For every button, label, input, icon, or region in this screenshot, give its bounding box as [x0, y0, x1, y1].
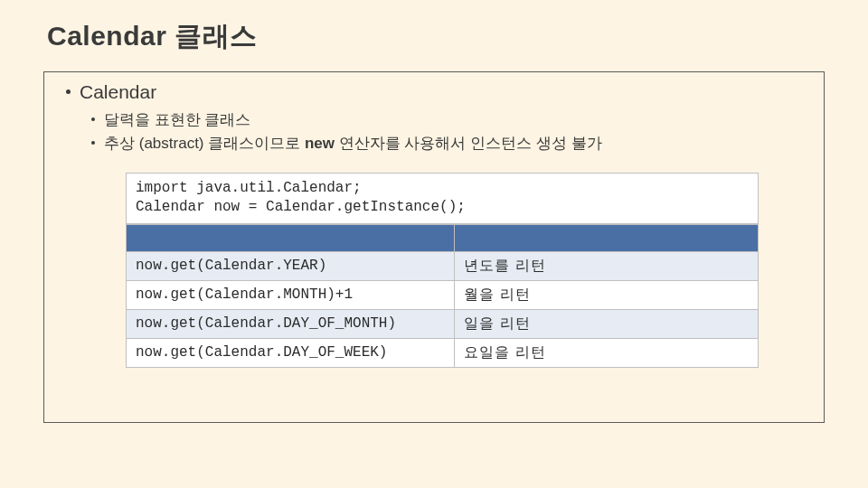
- list-item-text: 추상 (abstract) 클래스이므로 new 연산자를 사용해서 인스턴스 …: [104, 135, 602, 152]
- bullet-icon: [91, 117, 95, 121]
- table-cell-desc: 요일을 리턴: [455, 338, 759, 367]
- list-item: 달력을 표현한 클래스: [91, 108, 807, 132]
- bullet-list: 달력을 표현한 클래스 추상 (abstract) 클래스이므로 new 연산자…: [91, 108, 807, 156]
- keyword-new: new: [305, 135, 335, 152]
- code-snippet: import java.util.Calendar; Calendar now …: [126, 173, 759, 224]
- code-and-table: import java.util.Calendar; Calendar now …: [126, 173, 759, 368]
- bullet-icon: [66, 89, 71, 94]
- list-item-text: 달력을 표현한 클래스: [104, 111, 250, 128]
- section-heading-text: Calendar: [80, 81, 156, 102]
- slide-title: Calendar 클래스: [47, 18, 825, 55]
- list-item: 추상 (abstract) 클래스이므로 new 연산자를 사용해서 인스턴스 …: [91, 132, 807, 155]
- table-cell-desc: 월을 리턴: [455, 280, 759, 309]
- table-cell-code: now.get(Calendar.DAY_OF_WEEK): [127, 338, 455, 367]
- bullet-icon: [91, 141, 95, 145]
- table-cell-code: now.get(Calendar.DAY_OF_MONTH): [127, 309, 455, 338]
- table-row: now.get(Calendar.MONTH)+1 월을 리턴: [127, 280, 759, 309]
- table-row: now.get(Calendar.DAY_OF_MONTH) 일을 리턴: [127, 309, 759, 338]
- table-row: now.get(Calendar.DAY_OF_WEEK) 요일을 리턴: [127, 338, 759, 367]
- table-header-row: [127, 224, 759, 251]
- table-row: now.get(Calendar.YEAR) 년도를 리턴: [127, 251, 759, 280]
- table-cell-desc: 년도를 리턴: [455, 251, 759, 280]
- table-cell-code: now.get(Calendar.MONTH)+1: [127, 280, 455, 309]
- table-header-cell: [455, 224, 759, 251]
- table-cell-code: now.get(Calendar.YEAR): [127, 251, 455, 280]
- section-heading: Calendar: [66, 81, 807, 103]
- table-header-cell: [127, 224, 455, 251]
- method-table: now.get(Calendar.YEAR) 년도를 리턴 now.get(Ca…: [126, 224, 759, 368]
- table-cell-desc: 일을 리턴: [455, 309, 759, 338]
- content-panel: Calendar 달력을 표현한 클래스 추상 (abstract) 클래스이므…: [43, 71, 825, 423]
